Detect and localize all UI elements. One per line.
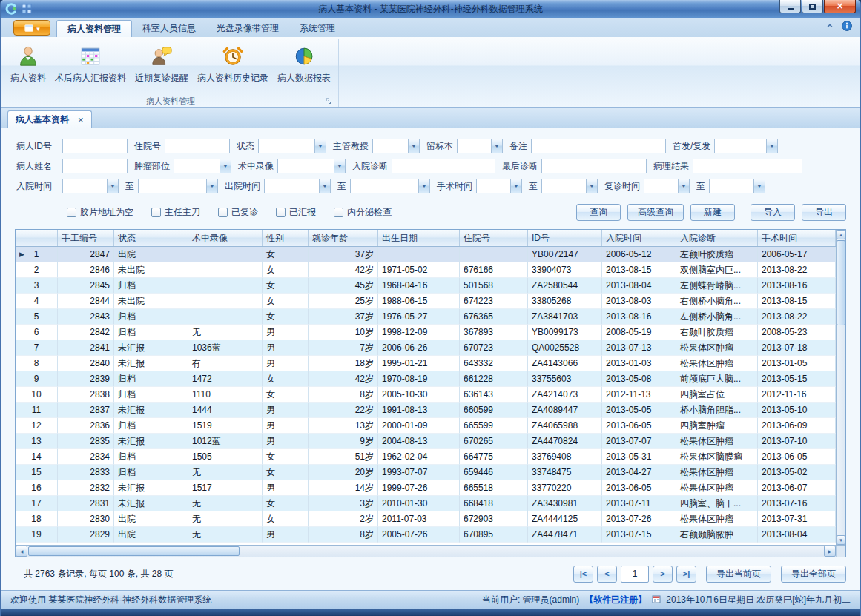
- filter-checkbox[interactable]: 胶片地址为空: [67, 206, 133, 219]
- scroll-up-icon[interactable]: [837, 230, 845, 239]
- export-button[interactable]: 导出: [802, 204, 846, 221]
- grid-row[interactable]: 72841未汇报1036蓝男7岁2006-06-26670723QA002552…: [16, 340, 836, 356]
- export-all-pages-button[interactable]: 导出全部页: [781, 566, 846, 583]
- grid-row[interactable]: 122836归档1519男13岁2000-01-09665599ZA406598…: [16, 418, 836, 434]
- grid-row[interactable]: 12847出院女37岁YB00721472006-05-12左额叶胶质瘤2006…: [16, 247, 836, 262]
- dropdown-arrow-icon[interactable]: [418, 179, 429, 193]
- dropdown-arrow-icon[interactable]: [510, 179, 521, 193]
- minimize-button[interactable]: [779, 0, 801, 13]
- dropdown-arrow-icon[interactable]: [753, 179, 765, 193]
- advanced-query-button[interactable]: 高级查询: [627, 204, 684, 221]
- ribbon-tab[interactable]: 科室人员信息: [132, 20, 206, 37]
- grid-row[interactable]: 152833归档无女20岁1993-07-0765944633748475201…: [16, 465, 836, 480]
- application-menu-button[interactable]: [13, 20, 50, 36]
- filter-dropdown[interactable]: [709, 179, 765, 193]
- dropdown-arrow-icon[interactable]: [408, 139, 419, 153]
- grid-row[interactable]: 52843归档女37岁1976-05-27676365ZA38417032013…: [16, 309, 836, 325]
- import-button[interactable]: 导入: [751, 204, 795, 221]
- collapse-ribbon-icon[interactable]: [825, 21, 834, 33]
- next-page-button[interactable]: >: [653, 566, 673, 583]
- dropdown-arrow-icon[interactable]: [491, 139, 502, 153]
- grid-row[interactable]: 32845归档女45岁1968-04-16501568ZA25805442013…: [16, 278, 836, 294]
- filter-input[interactable]: [62, 159, 128, 173]
- page-number-input[interactable]: [621, 566, 649, 583]
- ribbon-button[interactable]: 近期复诊提醒: [131, 41, 193, 88]
- grid-column-header[interactable]: 出生日期: [378, 230, 460, 246]
- filter-checkbox[interactable]: 主任主刀: [151, 206, 200, 219]
- dropdown-arrow-icon[interactable]: [586, 179, 597, 193]
- filter-dropdown[interactable]: [714, 139, 778, 153]
- filter-dropdown[interactable]: [277, 159, 346, 173]
- last-page-button[interactable]: >|: [676, 566, 696, 583]
- first-page-button[interactable]: |<: [573, 566, 593, 583]
- filter-input[interactable]: [693, 159, 802, 173]
- grid-column-header[interactable]: 性别: [263, 230, 309, 246]
- filter-dropdown[interactable]: [138, 179, 218, 193]
- query-button[interactable]: 查询: [576, 204, 621, 221]
- grid-row[interactable]: 22846未出院女42岁1971-05-02676166339040732013…: [16, 262, 836, 278]
- dialog-launcher-icon[interactable]: [325, 97, 333, 105]
- dropdown-arrow-icon[interactable]: [678, 179, 689, 193]
- grid-row[interactable]: 142834归档1505女51岁1962-02-0466477533769408…: [16, 449, 836, 465]
- export-current-page-button[interactable]: 导出当前页: [706, 566, 771, 583]
- scroll-left-icon[interactable]: [16, 546, 27, 557]
- grid-column-header[interactable]: ID号: [528, 230, 602, 246]
- filter-input[interactable]: [62, 139, 128, 153]
- dropdown-arrow-icon[interactable]: [220, 159, 231, 173]
- horizontal-scroll-track[interactable]: [240, 546, 824, 557]
- grid-row[interactable]: 182830出院无女2岁2011-07-03672903ZA4444125201…: [16, 511, 836, 527]
- tab-patient-basic-info[interactable]: 病人基本资料 ×: [7, 110, 92, 128]
- filter-input[interactable]: [531, 139, 666, 153]
- dropdown-arrow-icon[interactable]: [107, 179, 118, 193]
- filter-dropdown[interactable]: [174, 159, 231, 173]
- grid-column-header[interactable]: 住院号: [460, 230, 528, 246]
- ribbon-button[interactable]: 病人数据报表: [273, 41, 335, 88]
- grid-row[interactable]: 112837未汇报1444男22岁1991-08-13660599ZA40894…: [16, 403, 836, 418]
- grid-column-header[interactable]: 状态: [114, 230, 188, 246]
- grid-column-header[interactable]: 手术时间: [758, 230, 836, 246]
- new-button[interactable]: 新建: [690, 204, 735, 221]
- grid-column-header[interactable]: 术中录像: [188, 230, 263, 246]
- grid-row[interactable]: 62842归档无男10岁1998-12-09367893YB0099173200…: [16, 325, 836, 340]
- grid-column-header[interactable]: 入院时间: [602, 230, 676, 246]
- grid-row[interactable]: 132835未汇报1012蓝男9岁2004-08-13670265ZA44708…: [16, 434, 836, 449]
- scroll-down-icon[interactable]: [837, 535, 845, 545]
- filter-dropdown[interactable]: [264, 179, 331, 193]
- vertical-scroll-thumb[interactable]: [837, 240, 845, 325]
- dropdown-arrow-icon[interactable]: [206, 179, 217, 193]
- ribbon-button[interactable]: 病人资料: [6, 41, 50, 88]
- filter-input[interactable]: [392, 159, 495, 173]
- filter-dropdown[interactable]: [644, 179, 690, 193]
- grid-column-header[interactable]: 入院诊断: [676, 230, 758, 246]
- dropdown-arrow-icon[interactable]: [319, 179, 330, 193]
- grid-column-header[interactable]: 就诊年龄: [309, 230, 378, 246]
- grid-row[interactable]: 102838归档1110女8岁2005-10-30636143ZA4214073…: [16, 387, 836, 403]
- ribbon-button[interactable]: 术后病人汇报资料: [50, 41, 131, 88]
- grid-row[interactable]: 172831未汇报无女3岁2010-01-30668418ZA343098120…: [16, 496, 836, 511]
- filter-dropdown[interactable]: [541, 179, 598, 193]
- grid-column-header[interactable]: 手工编号: [58, 230, 114, 246]
- filter-dropdown[interactable]: [350, 179, 430, 193]
- ribbon-tab[interactable]: 病人资料管理: [56, 20, 132, 37]
- grid-row[interactable]: 42844未出院女25岁1988-06-15674223338052682013…: [16, 294, 836, 309]
- info-icon[interactable]: [842, 21, 852, 33]
- ribbon-tab[interactable]: 系统管理: [289, 20, 346, 37]
- filter-checkbox[interactable]: 已汇报: [276, 206, 316, 219]
- filter-checkbox[interactable]: 已复诊: [218, 206, 258, 219]
- prev-page-button[interactable]: <: [597, 566, 617, 583]
- filter-dropdown[interactable]: [62, 179, 119, 193]
- ribbon-tab[interactable]: 光盘录像带管理: [206, 20, 289, 37]
- dropdown-arrow-icon[interactable]: [314, 139, 326, 153]
- filter-dropdown[interactable]: [372, 139, 420, 153]
- filter-dropdown[interactable]: [258, 139, 326, 153]
- filter-input[interactable]: [165, 139, 230, 153]
- filter-input[interactable]: [541, 159, 647, 173]
- dropdown-arrow-icon[interactable]: [766, 139, 777, 153]
- filter-dropdown[interactable]: [476, 179, 522, 193]
- filter-checkbox[interactable]: 内分泌检查: [334, 206, 392, 219]
- horizontal-scroll-thumb[interactable]: [28, 546, 240, 556]
- grid-row[interactable]: 92839归档1472女42岁1970-08-19661228337556032…: [16, 371, 836, 387]
- ribbon-button[interactable]: 病人资料历史记录: [193, 41, 273, 88]
- scroll-right-icon[interactable]: [824, 546, 836, 557]
- grid-row[interactable]: 192829出院无男8岁2005-07-26670895ZA4478471201…: [16, 527, 836, 543]
